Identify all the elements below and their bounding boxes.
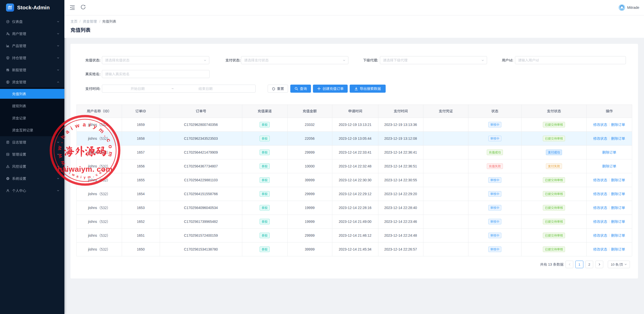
svg-text:haiwaiym. com: haiwaiym. com <box>58 165 113 173</box>
svg-text:www.haiwaiym.com: www.haiwaiym.com <box>56 121 114 167</box>
